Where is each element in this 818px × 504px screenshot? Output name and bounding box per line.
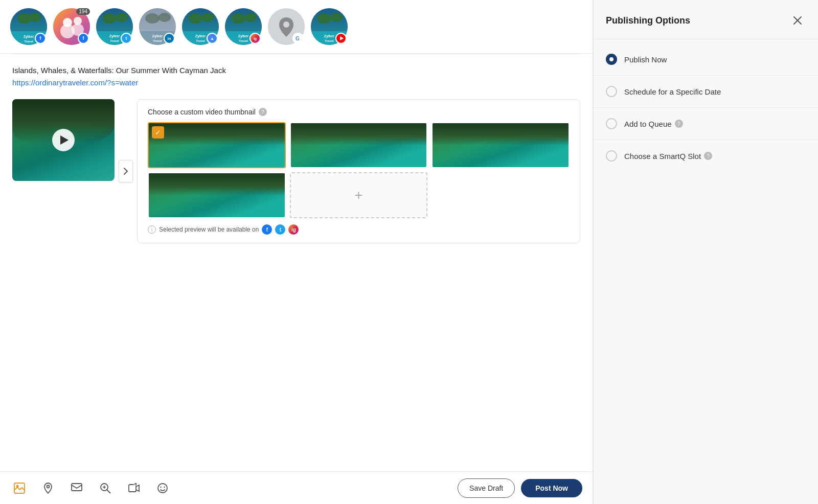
account-zylker-ig[interactable]: Zylker Travel ig	[225, 8, 262, 45]
svg-text:Zylker: Zylker	[109, 34, 120, 38]
preview-text: Selected preview will be available on	[159, 226, 259, 233]
info-icon: i	[148, 225, 156, 234]
svg-point-33	[231, 13, 245, 24]
toolbar-video-settings-button[interactable]: ⚙	[125, 479, 143, 497]
svg-rect-51	[72, 484, 82, 491]
thumbnail-item-2[interactable]	[290, 122, 428, 168]
svg-point-22	[158, 13, 171, 22]
play-button[interactable]	[52, 129, 75, 151]
thumbnail-add-new[interactable]: +	[290, 172, 428, 218]
thumbnail-item-4[interactable]	[148, 172, 286, 218]
option-smartq-label: Choose a SmartQ Slot ?	[624, 152, 712, 161]
svg-text:Zylker: Zylker	[24, 35, 34, 39]
add-icon: +	[354, 187, 362, 203]
thumbnail-item-1[interactable]: ✓	[148, 122, 286, 168]
account-zylker-gmb[interactable]: Zylker Travel ▲	[182, 8, 219, 45]
close-panel-button[interactable]	[789, 12, 806, 29]
panel-body: Publish Now Schedule for a Specific Date…	[594, 39, 818, 504]
radio-publish-now	[606, 54, 617, 65]
svg-point-59	[158, 484, 167, 493]
smartq-text: Choose a SmartQ Slot	[624, 152, 701, 161]
message-icon	[71, 483, 82, 493]
toolbar-search-image-button[interactable]	[96, 479, 115, 497]
svg-point-16	[116, 13, 128, 22]
fb-badge: f	[35, 33, 46, 44]
account-zylker-fb[interactable]: Zylker Travel f	[10, 8, 47, 45]
yt-badge	[335, 33, 347, 44]
content-area: Islands, Whales, & Waterfalls: Our Summe…	[0, 54, 593, 471]
publish-now-text: Publish Now	[624, 55, 667, 64]
toolbar-left: ⚙	[10, 479, 172, 497]
smartq-help-icon[interactable]: ?	[704, 152, 712, 160]
radio-smartq	[606, 150, 617, 162]
radio-schedule	[606, 86, 617, 97]
left-panel: Zylker Travel f	[0, 0, 593, 504]
svg-text:Travel: Travel	[196, 39, 205, 42]
toolbar-image-button[interactable]	[10, 479, 29, 497]
svg-point-28	[201, 13, 214, 22]
svg-text:Zylker: Zylker	[238, 34, 249, 38]
radio-inner-publish-now	[609, 57, 614, 61]
toolbar-location-button[interactable]	[39, 479, 57, 497]
group-badge: f	[78, 33, 89, 44]
main-container: Zylker Travel f	[0, 0, 818, 504]
svg-point-27	[188, 13, 202, 24]
option-publish-now[interactable]: Publish Now	[594, 43, 818, 76]
ig-badge: ig	[249, 33, 261, 44]
arrow-next-button[interactable]	[119, 160, 133, 182]
thumbnail-header-label: Choose a custom video thumbnail	[148, 108, 256, 116]
svg-point-3	[29, 13, 41, 22]
svg-text:Travel: Travel	[325, 39, 334, 42]
toolbar-emoji-button[interactable]	[153, 479, 172, 497]
svg-point-42	[317, 13, 331, 24]
queue-help-icon[interactable]: ?	[675, 120, 683, 128]
thumbnail-empty-slot	[431, 172, 570, 218]
thumb-bg-4	[149, 173, 285, 217]
island-sm-1	[149, 123, 285, 145]
schedule-text: Schedule for a Specific Date	[624, 87, 721, 96]
option-smartq[interactable]: Choose a SmartQ Slot ?	[594, 140, 818, 172]
island-sm-4	[149, 173, 285, 195]
right-panel: Publishing Options Publish Now	[593, 0, 818, 504]
account-gmb2[interactable]: G	[268, 8, 305, 45]
svg-text:Travel: Travel	[110, 39, 119, 42]
close-icon	[793, 16, 802, 25]
chevron-right-icon	[123, 167, 128, 175]
option-schedule[interactable]: Schedule for a Specific Date	[594, 76, 818, 108]
svg-point-43	[330, 13, 343, 22]
thumbnail-panel: Choose a custom video thumbnail ? ✓	[137, 99, 580, 243]
media-section: Choose a custom video thumbnail ? ✓	[12, 99, 580, 243]
account-group[interactable]: f 194	[53, 8, 90, 45]
svg-point-61	[164, 486, 165, 487]
account-zylker-yt[interactable]: Zylker Travel	[311, 8, 348, 45]
post-link[interactable]: https://ordinarytraveler.com/?s=water	[12, 78, 138, 87]
preview-fb-icon: f	[262, 224, 272, 235]
bottom-toolbar: ⚙ Save Draft Post Now	[0, 471, 593, 504]
li-badge: in	[164, 33, 175, 44]
panel-title: Publishing Options	[606, 15, 690, 26]
option-schedule-label: Schedule for a Specific Date	[624, 87, 721, 96]
post-now-button[interactable]: Post Now	[521, 479, 582, 497]
thumbnail-header: Choose a custom video thumbnail ?	[148, 108, 570, 116]
thumbnail-help-icon[interactable]: ?	[259, 108, 267, 116]
svg-text:Zylker: Zylker	[195, 34, 206, 38]
option-add-to-queue[interactable]: Add to Queue ?	[594, 108, 818, 140]
account-zylker-li[interactable]: Zylker Travel in	[139, 8, 176, 45]
thumbnail-item-3[interactable]	[431, 122, 570, 168]
account-zylker-tw[interactable]: Zylker Travel t	[96, 8, 133, 45]
option-publish-now-label: Publish Now	[624, 55, 667, 64]
group-count-badge: 194	[76, 8, 90, 15]
preview-info: i Selected preview will be available on …	[148, 224, 570, 235]
svg-point-39	[283, 21, 289, 28]
thumb-bg-1	[149, 123, 285, 167]
thumb-bg-3	[433, 123, 569, 167]
toolbar-message-button[interactable]	[67, 479, 86, 497]
video-preview	[12, 99, 115, 181]
save-draft-button[interactable]: Save Draft	[458, 478, 515, 498]
emoji-icon	[157, 483, 168, 494]
video-settings-icon: ⚙	[128, 483, 140, 494]
option-queue-label: Add to Queue ?	[624, 120, 683, 128]
image-icon	[14, 483, 25, 494]
thumb-check-icon: ✓	[152, 126, 164, 139]
svg-text:G: G	[296, 36, 300, 41]
